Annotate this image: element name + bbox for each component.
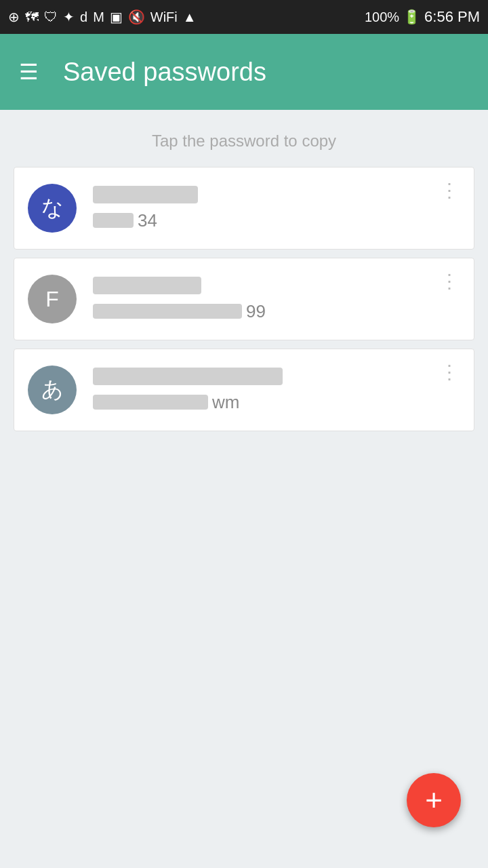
password-list: な 34 ⋮ F 99 ⋮ あ <box>0 167 488 439</box>
password-row-2: 99 <box>93 301 460 322</box>
site-name-blur-1 <box>93 186 198 203</box>
battery-icon: 🔋 <box>403 9 420 25</box>
site-line-3 <box>93 368 460 385</box>
password-row-1: 34 <box>93 210 460 231</box>
password-entry-1[interactable]: な 34 ⋮ <box>14 167 474 250</box>
avatar-1: な <box>28 184 77 233</box>
status-bar: ⊕ 🗺 🛡 ✦ d M ▣ 🔇 WiFi ▲ 100% 🔋 6:56 PM <box>0 0 488 34</box>
app-bar: ☰ Saved passwords <box>0 34 488 110</box>
password-entry-3[interactable]: あ wm ⋮ <box>14 349 474 431</box>
signal-icon: ▲ <box>183 9 197 25</box>
card-content-1: 34 <box>93 186 460 231</box>
password-blur-2 <box>93 304 242 319</box>
dailyhunt-icon: d <box>80 9 87 25</box>
status-bar-left: ⊕ 🗺 🛡 ✦ d M ▣ 🔇 WiFi ▲ <box>8 9 197 25</box>
partial-password-1: 34 <box>138 210 157 231</box>
mail-icon: M <box>93 9 104 25</box>
add-password-fab[interactable]: + <box>407 773 461 827</box>
password-blur-3 <box>93 395 208 410</box>
more-options-3[interactable]: ⋮ <box>440 363 460 382</box>
page-title: Saved passwords <box>63 58 266 87</box>
shield-icon: 🛡 <box>44 9 58 25</box>
maps-icon: 🗺 <box>25 9 39 25</box>
status-bar-right: 100% 🔋 6:56 PM <box>365 8 480 26</box>
site-line-1 <box>93 186 460 203</box>
password-entry-2[interactable]: F 99 ⋮ <box>14 258 474 340</box>
more-options-2[interactable]: ⋮ <box>440 272 460 291</box>
wifi-icon: WiFi <box>150 9 178 25</box>
card-content-3: wm <box>93 368 460 413</box>
hamburger-menu-icon[interactable]: ☰ <box>19 59 39 85</box>
partial-password-2: 99 <box>246 301 266 322</box>
add-icon: ⊕ <box>8 9 20 25</box>
status-time: 6:56 PM <box>424 8 480 26</box>
avatar-2: F <box>28 275 77 323</box>
battery-percent: 100% <box>365 9 399 25</box>
games-icon: ✦ <box>63 9 75 25</box>
partial-password-3: wm <box>212 392 239 413</box>
hint-text: Tap the password to copy <box>0 110 488 167</box>
avatar-3: あ <box>28 366 77 414</box>
calendar-icon: ▣ <box>110 9 123 25</box>
more-options-1[interactable]: ⋮ <box>440 181 460 200</box>
mute-icon: 🔇 <box>128 9 145 25</box>
password-row-3: wm <box>93 392 460 413</box>
password-blur-1 <box>93 213 134 228</box>
site-line-2 <box>93 277 460 294</box>
card-content-2: 99 <box>93 277 460 322</box>
site-name-blur-3 <box>93 368 283 385</box>
site-name-blur-2 <box>93 277 201 294</box>
